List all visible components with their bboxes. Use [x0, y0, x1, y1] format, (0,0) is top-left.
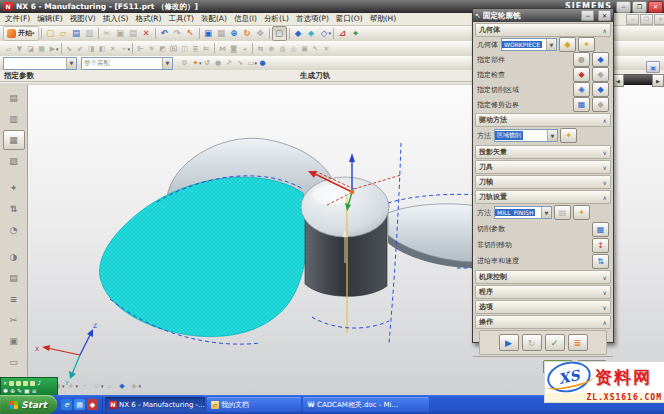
horizontal-scrollbar[interactable]	[612, 74, 664, 85]
display-part-button[interactable]	[592, 52, 609, 67]
add-button[interactable]	[266, 43, 277, 54]
dialog-close-button[interactable]	[598, 10, 611, 21]
machining-wizards-tab[interactable]	[3, 178, 25, 198]
combo-arrow-icon[interactable]	[547, 130, 557, 141]
select-check-button[interactable]	[573, 67, 590, 82]
snap-dropdown-icon[interactable]	[101, 383, 104, 389]
touch-mode-button[interactable]	[184, 27, 197, 40]
show-desktop-icon[interactable]	[74, 399, 85, 410]
badge-menu-icon[interactable]	[32, 388, 37, 394]
delete-toolpath-button[interactable]	[108, 43, 119, 54]
tool-axis-section-header[interactable]: 刀轴	[475, 175, 611, 189]
drive-method-section-header[interactable]: 驱动方法	[475, 113, 611, 127]
generate-toolpath-button[interactable]	[64, 43, 75, 54]
program-section-header[interactable]: 程序	[475, 285, 611, 299]
reuse-library-tab[interactable]	[3, 199, 25, 219]
dialog-title-bar[interactable]: 固定轮廓铣	[473, 9, 613, 22]
sphere-tool-button[interactable]	[277, 43, 288, 54]
menu-tools[interactable]: 工具(T)	[168, 14, 193, 24]
workpiece-button[interactable]	[179, 43, 190, 54]
actions-section-header[interactable]: 操作	[475, 315, 611, 329]
docked-window-icon[interactable]	[646, 61, 660, 73]
ie-icon[interactable]: e	[61, 399, 72, 410]
tool-section-header[interactable]: 刀具	[475, 160, 611, 174]
snap-settings-button[interactable]	[179, 58, 190, 69]
badge-tool-icon[interactable]	[3, 388, 8, 394]
verify-button[interactable]	[545, 334, 565, 351]
create-dropdown-icon[interactable]	[56, 46, 59, 52]
select-part-button[interactable]	[573, 52, 590, 67]
redo-button[interactable]	[171, 27, 184, 40]
rotate-view-button[interactable]	[241, 27, 254, 40]
edit-method-button[interactable]	[573, 205, 590, 220]
swap-button[interactable]	[255, 43, 266, 54]
materials-tab[interactable]	[3, 289, 25, 309]
create-program-button[interactable]	[3, 43, 14, 54]
drive-method-combo[interactable]: 区域铣削	[494, 129, 558, 142]
batch-process-button[interactable]	[168, 43, 179, 54]
output-clsf-button[interactable]	[157, 43, 168, 54]
taskbar-task-nx[interactable]: N NX 6 - Manufacturing -...	[105, 397, 205, 412]
fit-view-button[interactable]	[202, 27, 215, 40]
style-dropdown-icon[interactable]	[329, 30, 332, 36]
snap-dropdown-icon[interactable]	[76, 383, 79, 389]
start-menu-button[interactable]: 开始	[3, 26, 39, 41]
datum-plane-button[interactable]	[336, 27, 349, 40]
minimize-button[interactable]	[616, 1, 631, 13]
taskbar-task-word[interactable]: W CADCAM相关.doc - Mi...	[303, 397, 429, 412]
tool-display-button[interactable]	[201, 43, 212, 54]
shaded-style-button[interactable]	[292, 27, 305, 40]
open-button[interactable]	[57, 27, 70, 40]
path-settings-section-header[interactable]: 刀轨设置	[475, 190, 611, 204]
cutting-params-button[interactable]	[592, 222, 609, 237]
pan-button[interactable]	[254, 27, 267, 40]
machine-control-section-header[interactable]: 机床控制	[475, 270, 611, 284]
select-cut-area-button[interactable]	[573, 82, 590, 97]
display-trim-button[interactable]	[592, 97, 609, 112]
new-button[interactable]	[44, 27, 57, 40]
badge-close-icon[interactable]	[3, 380, 7, 386]
snap-existing-point-icon[interactable]	[79, 381, 90, 392]
zoom-button[interactable]	[228, 27, 241, 40]
display-check-button[interactable]	[592, 67, 609, 82]
postprocess-button[interactable]	[135, 43, 146, 54]
select-trim-button[interactable]	[573, 97, 590, 112]
restore-button[interactable]	[632, 1, 647, 13]
part-navigator-tab[interactable]	[3, 130, 25, 150]
assembly-navigator-tab[interactable]	[3, 88, 25, 108]
list-toolpath-button[interactable]	[97, 43, 108, 54]
selection-filter-combo[interactable]	[3, 57, 77, 70]
operation-list-button[interactable]	[190, 43, 201, 54]
shaded-edges-style-button[interactable]	[305, 27, 318, 40]
solid-tool-button[interactable]	[299, 43, 310, 54]
combo-arrow-icon[interactable]	[546, 39, 556, 50]
child-minimize-icon[interactable]	[626, 14, 639, 25]
ball-display-button[interactable]	[257, 58, 268, 69]
roles-tab[interactable]	[3, 331, 25, 351]
white-background-button[interactable]	[272, 26, 287, 41]
options-section-header[interactable]: 选项	[475, 300, 611, 314]
combo-arrow-icon[interactable]	[541, 207, 551, 218]
combo-arrow-icon[interactable]	[162, 58, 172, 69]
copy-button[interactable]	[114, 27, 127, 40]
menu-window[interactable]: 窗口(O)	[336, 14, 363, 24]
transform-button[interactable]	[239, 43, 250, 54]
circle-tool-button[interactable]	[288, 43, 299, 54]
menu-insert[interactable]: 插入(S)	[103, 14, 129, 24]
badge-screen-icon[interactable]	[24, 388, 30, 394]
geometry-combo[interactable]: WORKPIECE	[501, 38, 557, 51]
new-geometry-button[interactable]	[578, 37, 595, 52]
toolpath-dropdown-icon[interactable]	[128, 46, 131, 52]
replay-toolpath-button[interactable]	[75, 43, 86, 54]
boundary-button[interactable]	[217, 43, 228, 54]
web-browser-tab[interactable]	[3, 220, 25, 240]
point-dialog-button[interactable]	[349, 27, 362, 40]
menu-assemblies[interactable]: 装配(A)	[201, 14, 227, 24]
menu-help[interactable]: 帮助(H)	[370, 14, 397, 24]
cut-button[interactable]	[101, 27, 114, 40]
verify-toolpath-button[interactable]	[86, 43, 97, 54]
zoom-window-button[interactable]	[215, 27, 228, 40]
menu-information[interactable]: 信息(I)	[234, 14, 257, 24]
clear-selection-button[interactable]	[321, 43, 332, 54]
hub-dome[interactable]	[301, 177, 389, 237]
